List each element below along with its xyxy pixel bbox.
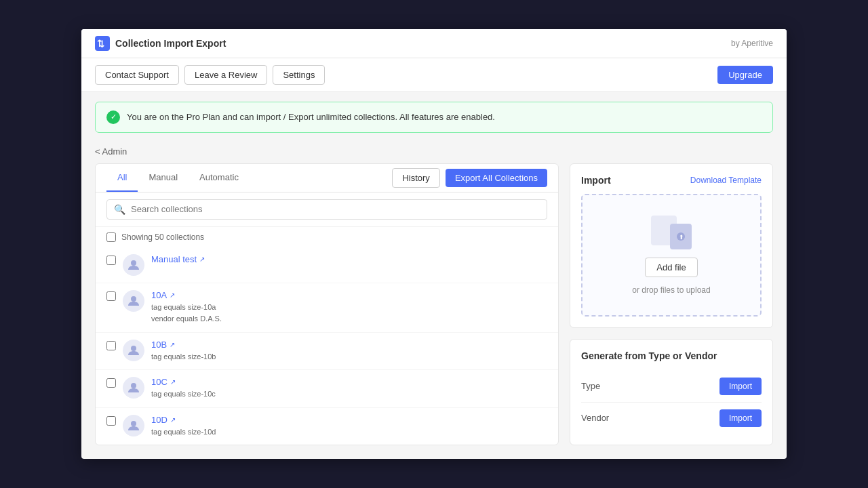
toolbar-left: Contact Support Leave a Review Settings (95, 65, 325, 85)
external-link-icon: ↗ (170, 291, 175, 299)
select-all-checkbox[interactable] (106, 232, 116, 242)
alert-banner: ✓ You are on the Pro Plan and can import… (95, 102, 773, 133)
list-item: 10B ↗ tag equals size-10b (96, 333, 558, 371)
generate-box: Generate from Type or Vendor Type Import… (570, 339, 773, 445)
avatar (123, 254, 144, 276)
svg-text:⇅: ⇅ (97, 39, 104, 49)
generate-title: Generate from Type or Vendor (581, 350, 762, 361)
tabs-right: History Export All Collections (392, 168, 547, 188)
svg-text:⬆: ⬆ (679, 234, 684, 241)
collection-name[interactable]: 10D ↗ (151, 415, 547, 425)
avatar (123, 290, 144, 312)
back-link-text: < Admin (95, 146, 127, 157)
collection-name[interactable]: 10B ↗ (151, 340, 547, 350)
import-header: Import Download Template (581, 175, 762, 186)
collection-info: 10B ↗ tag equals size-10b (151, 340, 547, 363)
tab-all[interactable]: All (106, 164, 138, 192)
search-bar: 🔍 (96, 192, 558, 227)
collection-info: 10A ↗ tag equals size-10a vendor equals … (151, 290, 547, 325)
app-by: by Aperitive (731, 39, 773, 48)
collection-info: Manual test ↗ (151, 254, 547, 264)
settings-button[interactable]: Settings (273, 65, 325, 85)
tab-automatic[interactable]: Automatic (189, 164, 250, 192)
history-button[interactable]: History (392, 168, 439, 188)
collections-count: Showing 50 collections (121, 232, 204, 242)
generate-vendor-row: Vendor Import (581, 403, 762, 434)
left-panel: All Manual Automatic History Export All … (95, 163, 559, 446)
external-link-icon: ↗ (199, 256, 205, 263)
import-vendor-button[interactable]: Import (719, 409, 762, 427)
item-checkbox[interactable] (106, 291, 116, 301)
file-icon-front: ⬆ (670, 224, 692, 249)
search-icon: 🔍 (114, 204, 125, 215)
toolbar: Contact Support Leave a Review Settings … (81, 58, 787, 92)
app-window: ⇅ Collection Import Export by Aperitive … (81, 29, 787, 460)
export-all-button[interactable]: Export All Collections (446, 169, 547, 187)
collection-meta: tag equals size-10c (151, 388, 547, 401)
collection-name[interactable]: Manual test ↗ (151, 254, 547, 264)
download-template-link[interactable]: Download Template (690, 176, 762, 185)
collection-info: 10D ↗ tag equals size-10d (151, 415, 547, 439)
tab-manual[interactable]: Manual (138, 164, 189, 192)
item-checkbox[interactable] (106, 256, 116, 265)
avatar (123, 377, 144, 399)
leave-review-button[interactable]: Leave a Review (184, 65, 268, 85)
main-content: All Manual Automatic History Export All … (81, 163, 787, 460)
back-link[interactable]: < Admin (81, 142, 140, 163)
svg-point-6 (131, 421, 136, 426)
drop-zone[interactable]: ⬆ Add file or drop files to upload (581, 194, 762, 317)
collection-list: Manual test ↗ 10A ↗ (96, 247, 558, 445)
drop-hint: or drop files to upload (632, 285, 710, 295)
collection-info: 10C ↗ tag equals size-10c (151, 377, 547, 401)
item-checkbox[interactable] (106, 416, 116, 426)
external-link-icon: ↗ (170, 378, 176, 386)
upgrade-button[interactable]: Upgrade (717, 66, 773, 84)
svg-point-5 (131, 383, 136, 388)
avatar (123, 415, 144, 436)
app-logo-icon: ⇅ (95, 36, 110, 51)
external-link-icon: ↗ (170, 416, 176, 424)
app-title: Collection Import Export (115, 38, 226, 49)
add-file-button[interactable]: Add file (645, 258, 697, 277)
search-input[interactable] (131, 204, 540, 214)
alert-success-icon: ✓ (106, 110, 120, 124)
list-item: 10D ↗ tag equals size-10d (96, 408, 558, 445)
collection-name[interactable]: 10A ↗ (151, 290, 547, 300)
item-checkbox[interactable] (106, 341, 116, 350)
generate-vendor-label: Vendor (581, 413, 609, 423)
alert-message: You are on the Pro Plan and can import /… (127, 112, 495, 122)
contact-support-button[interactable]: Contact Support (95, 65, 179, 85)
svg-point-2 (131, 260, 136, 266)
collections-meta: Showing 50 collections (96, 227, 558, 247)
svg-point-3 (131, 296, 136, 302)
tabs-left: All Manual Automatic (106, 164, 250, 192)
drop-zone-icons: ⬆ (651, 216, 692, 249)
right-panel: Import Download Template ⬆ Add file (570, 163, 773, 446)
generate-type-label: Type (581, 381, 600, 391)
collection-meta: tag equals size-10a vendor equals D.A.S. (151, 302, 547, 325)
svg-point-4 (131, 346, 136, 351)
top-bar: ⇅ Collection Import Export by Aperitive (81, 29, 787, 58)
tabs-bar: All Manual Automatic History Export All … (96, 164, 558, 192)
search-input-wrap: 🔍 (106, 199, 547, 220)
list-item: 10A ↗ tag equals size-10a vendor equals … (96, 283, 558, 333)
collection-meta: tag equals size-10b (151, 351, 547, 363)
import-box: Import Download Template ⬆ Add file (570, 163, 773, 328)
list-item: 10C ↗ tag equals size-10c (96, 370, 558, 408)
avatar (123, 340, 144, 361)
top-bar-left: ⇅ Collection Import Export (95, 36, 226, 51)
item-checkbox[interactable] (106, 378, 116, 388)
external-link-icon: ↗ (170, 341, 175, 348)
list-item: Manual test ↗ (96, 247, 558, 283)
import-type-button[interactable]: Import (719, 378, 762, 395)
collection-name[interactable]: 10C ↗ (151, 377, 547, 387)
collection-meta: tag equals size-10d (151, 426, 547, 439)
generate-type-row: Type Import (581, 371, 762, 403)
import-title: Import (581, 175, 611, 186)
